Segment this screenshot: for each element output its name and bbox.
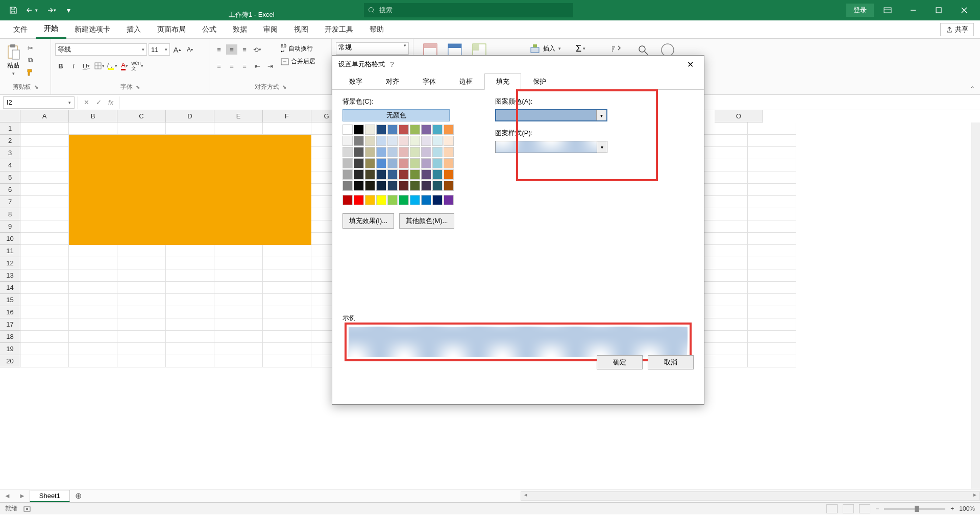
bold-icon[interactable]: B	[55, 61, 66, 71]
color-swatch[interactable]	[444, 136, 454, 146]
color-swatch[interactable]	[399, 147, 409, 157]
color-swatch[interactable]	[421, 147, 431, 157]
col-header[interactable]: A	[20, 110, 69, 122]
cell[interactable]	[699, 184, 748, 196]
cell[interactable]	[69, 355, 117, 367]
color-swatch[interactable]	[421, 169, 431, 180]
increase-indent-icon[interactable]: ⇥	[264, 61, 276, 71]
minimize-icon[interactable]	[901, 0, 925, 20]
color-swatch[interactable]	[432, 147, 443, 157]
color-swatch[interactable]	[365, 158, 375, 168]
cell[interactable]	[263, 122, 311, 135]
cell[interactable]	[748, 269, 796, 282]
cell[interactable]	[166, 257, 214, 269]
color-swatch[interactable]	[376, 125, 386, 135]
cell[interactable]	[263, 282, 311, 294]
cell[interactable]	[69, 282, 117, 294]
tab-developer[interactable]: 开发工具	[316, 20, 361, 39]
tab-custom[interactable]: 新建选项卡	[66, 20, 118, 39]
cell[interactable]	[166, 282, 214, 294]
increase-font-icon[interactable]: A▴	[172, 44, 183, 55]
cell[interactable]	[699, 306, 748, 318]
font-size-select[interactable]: 11▾	[149, 43, 170, 56]
row-header[interactable]: 13	[0, 269, 20, 282]
cell[interactable]	[20, 220, 69, 233]
cell[interactable]	[117, 257, 166, 269]
cancel-button[interactable]: 取消	[648, 355, 694, 369]
color-swatch[interactable]	[421, 195, 431, 205]
normal-view-icon[interactable]	[826, 504, 838, 513]
decrease-font-icon[interactable]: A▾	[184, 44, 195, 55]
cell[interactable]	[117, 269, 166, 282]
dlg-tab-border[interactable]: 边框	[448, 73, 484, 90]
page-layout-view-icon[interactable]	[843, 504, 854, 513]
color-swatch[interactable]	[444, 158, 454, 168]
color-swatch[interactable]	[354, 195, 364, 205]
fill-effects-button[interactable]: 填充效果(I)...	[342, 213, 394, 229]
cell[interactable]	[748, 355, 796, 367]
cell[interactable]	[263, 343, 311, 355]
name-box[interactable]: I2▾	[3, 96, 75, 109]
color-swatch[interactable]	[342, 158, 353, 168]
cell[interactable]	[214, 269, 263, 282]
zoom-level[interactable]: 100%	[959, 505, 975, 512]
color-swatch[interactable]	[432, 181, 443, 191]
cell[interactable]	[263, 318, 311, 331]
color-swatch[interactable]	[399, 195, 409, 205]
color-swatch[interactable]	[432, 136, 443, 146]
color-swatch[interactable]	[354, 158, 364, 168]
cell[interactable]	[699, 122, 748, 135]
align-right-icon[interactable]: ≡	[239, 61, 250, 71]
cell[interactable]	[699, 318, 748, 331]
sheet-nav-prev-icon[interactable]: ◄	[0, 492, 15, 500]
row-header[interactable]: 10	[0, 233, 20, 245]
cell[interactable]	[699, 135, 748, 147]
color-swatch[interactable]	[444, 195, 454, 205]
align-middle-icon[interactable]: ≡	[226, 44, 237, 55]
cell[interactable]	[117, 306, 166, 318]
cell[interactable]	[699, 331, 748, 343]
cancel-formula-icon[interactable]: ✕	[81, 98, 91, 106]
cell[interactable]	[166, 269, 214, 282]
cell[interactable]	[214, 257, 263, 269]
phonetic-icon[interactable]: wén文▾	[132, 61, 143, 71]
cell[interactable]	[20, 122, 69, 135]
macro-record-icon[interactable]	[23, 505, 31, 512]
cell[interactable]	[69, 318, 117, 331]
copy-icon[interactable]: ⧉	[24, 55, 36, 65]
close-icon[interactable]	[952, 0, 976, 20]
color-swatch[interactable]	[410, 195, 420, 205]
color-swatch[interactable]	[365, 136, 375, 146]
color-swatch[interactable]	[376, 181, 386, 191]
tab-data[interactable]: 数据	[225, 20, 255, 39]
row-header[interactable]: 3	[0, 147, 20, 159]
color-swatch[interactable]	[444, 125, 454, 135]
cell[interactable]	[748, 135, 796, 147]
cell[interactable]	[117, 122, 166, 135]
font-name-select[interactable]: 等线▾	[55, 43, 147, 56]
row-header[interactable]: 4	[0, 159, 20, 171]
zoom-slider[interactable]	[884, 508, 945, 510]
row-header[interactable]: 6	[0, 184, 20, 196]
color-swatch[interactable]	[421, 181, 431, 191]
cell[interactable]	[117, 318, 166, 331]
color-swatch[interactable]	[421, 125, 431, 135]
cell[interactable]	[699, 147, 748, 159]
cell[interactable]	[166, 318, 214, 331]
cell[interactable]	[117, 355, 166, 367]
italic-icon[interactable]: I	[68, 61, 79, 71]
cell[interactable]	[748, 306, 796, 318]
color-swatch[interactable]	[376, 147, 386, 157]
cell[interactable]	[117, 282, 166, 294]
color-swatch[interactable]	[399, 136, 409, 146]
select-all-corner[interactable]	[0, 110, 20, 122]
cell[interactable]	[20, 282, 69, 294]
wrap-text-button[interactable]: ab↵自动换行	[281, 43, 315, 54]
cell[interactable]	[166, 331, 214, 343]
cell[interactable]	[166, 343, 214, 355]
col-header[interactable]: O	[715, 110, 763, 122]
color-swatch[interactable]	[376, 169, 386, 180]
cell[interactable]	[20, 135, 69, 147]
align-bottom-icon[interactable]: ≡	[239, 44, 250, 55]
cell[interactable]	[263, 331, 311, 343]
